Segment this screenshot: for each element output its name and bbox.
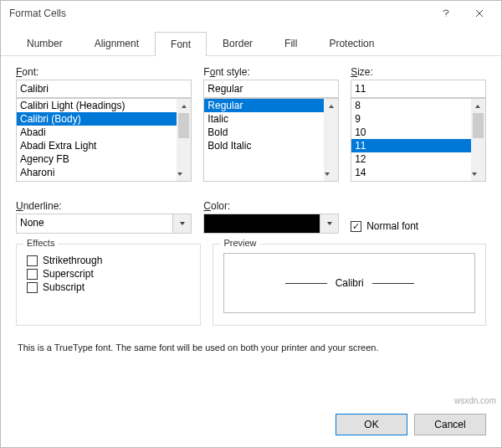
subscript-checkbox[interactable]: Subscript [27,281,190,293]
list-item[interactable]: 12 [351,152,471,166]
dialog-footer: OK Cancel [336,414,486,435]
close-button[interactable] [463,2,496,25]
tab-font[interactable]: Font [155,32,207,56]
tab-alignment[interactable]: Alignment [79,31,155,55]
scroll-down-icon[interactable] [177,167,183,181]
ok-button[interactable]: OK [336,414,407,435]
row-underline-color: Underline: None Color: Normal font [1,190,501,234]
scrollbar[interactable] [324,99,338,181]
list-item[interactable]: 14 [351,166,471,179]
preview-legend: Preview [220,238,259,248]
scroll-up-icon[interactable] [471,99,485,113]
scroll-down-icon[interactable] [471,167,478,181]
font-label: Font: [16,66,192,78]
list-item[interactable]: Bold [204,126,324,139]
scroll-down-icon[interactable] [324,167,330,181]
size-listbox[interactable]: 8 9 10 11 12 14 [351,98,486,182]
underline-value: None [16,214,173,234]
list-item[interactable]: Italic [204,112,324,126]
list-item[interactable]: Bold Italic [204,139,324,152]
list-item[interactable]: Aharoni [17,166,177,179]
size-label: Size: [351,66,486,78]
color-label: Color: [203,200,339,212]
list-item[interactable]: 10 [351,126,471,139]
tab-border[interactable]: Border [207,31,269,55]
tab-protection[interactable]: Protection [313,31,390,55]
cancel-button[interactable]: Cancel [414,414,486,435]
scroll-thumb[interactable] [178,113,189,138]
effects-group: Effects Strikethrough Superscript Subscr… [16,244,201,326]
size-input[interactable] [351,80,486,98]
font-style-label: Font style: [203,66,339,78]
font-hint-text: This is a TrueType font. The same font w… [1,326,501,353]
scrollbar[interactable] [177,99,191,181]
font-panel: Font: Calibri Light (Headings) Calibri (… [1,56,501,190]
list-item[interactable]: 9 [351,112,471,126]
color-swatch [203,214,320,234]
list-item[interactable]: Calibri Light (Headings) [17,99,177,112]
scroll-thumb[interactable] [473,113,484,138]
format-cells-dialog: Format Cells Number Alignment Font Borde… [0,0,502,448]
checkbox-label: Strikethrough [43,255,102,266]
dialog-title: Format Cells [9,8,429,19]
preview-group: Preview Calibri [213,244,486,326]
chevron-down-icon[interactable] [320,214,339,234]
list-item[interactable]: Regular [204,99,324,112]
strikethrough-checkbox[interactable]: Strikethrough [27,255,190,266]
chevron-down-icon[interactable] [173,214,192,234]
titlebar: Format Cells [1,1,501,26]
list-item[interactable]: Abadi [17,126,177,139]
groups-row: Effects Strikethrough Superscript Subscr… [1,234,501,326]
font-style-listbox[interactable]: Regular Italic Bold Bold Italic [203,98,339,182]
help-button[interactable] [429,2,463,25]
help-icon [442,9,450,18]
scroll-up-icon[interactable] [177,99,191,113]
font-input[interactable] [16,80,192,98]
list-item[interactable]: Abadi Extra Light [17,139,177,152]
scroll-up-icon[interactable] [324,99,338,113]
checkbox-icon [351,221,361,232]
list-item[interactable]: 11 [351,139,471,152]
checkbox-label: Subscript [43,281,85,293]
list-item[interactable]: 8 [351,99,471,112]
checkbox-icon [27,269,38,280]
font-style-input[interactable] [203,80,339,98]
effects-legend: Effects [23,238,58,248]
preview-sample: Calibri [336,277,364,289]
normal-font-label: Normal font [366,220,418,232]
preview-box: Calibri [223,253,475,313]
watermark-text: wsxdn.com [454,396,496,405]
scrollbar[interactable] [471,99,485,181]
normal-font-checkbox[interactable]: Normal font [351,220,418,232]
superscript-checkbox[interactable]: Superscript [27,268,190,280]
checkbox-label: Superscript [43,268,94,280]
underline-combo[interactable]: None [16,214,192,234]
tab-bar: Number Alignment Font Border Fill Protec… [1,26,501,56]
checkbox-icon [27,282,38,293]
tab-number[interactable]: Number [11,31,79,55]
close-icon [475,9,484,18]
tab-fill[interactable]: Fill [269,31,313,55]
preview-line-icon [372,283,414,284]
checkbox-icon [27,255,38,266]
preview-line-icon [285,283,327,284]
underline-label: Underline: [16,200,192,212]
color-combo[interactable] [203,214,339,234]
font-listbox[interactable]: Calibri Light (Headings) Calibri (Body) … [16,98,192,182]
list-item[interactable]: Agency FB [17,152,177,166]
list-item[interactable]: Calibri (Body) [17,112,177,126]
